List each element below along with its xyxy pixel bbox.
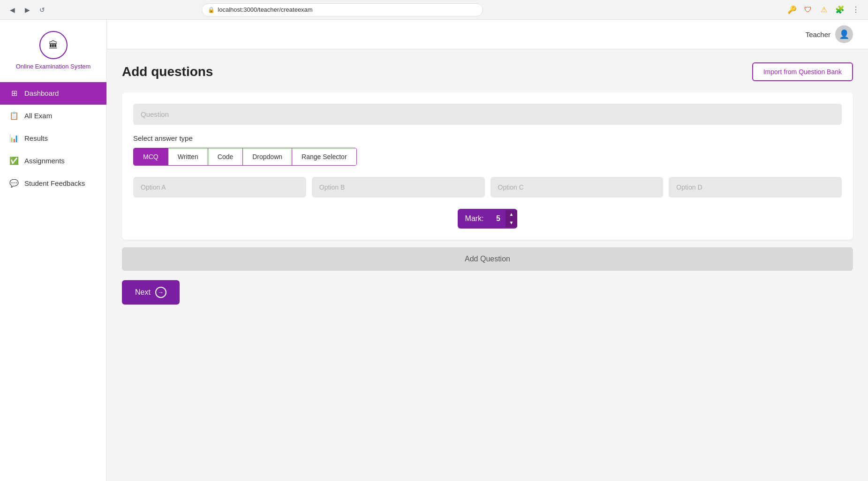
header: Teacher 👤 <box>107 20 868 49</box>
back-button[interactable]: ◀ <box>6 3 19 16</box>
sidebar-item-dashboard[interactable]: ⊞ Dashboard <box>0 82 106 105</box>
sidebar-nav: ⊞ Dashboard 📋 All Exam 📊 Results ✅ Assig… <box>0 78 106 481</box>
extensions-icon[interactable]: 🧩 <box>833 3 846 16</box>
mark-spinners: ▲ ▼ <box>506 210 518 227</box>
security-icon: 🔒 <box>208 7 215 13</box>
tab-written[interactable]: Written <box>168 148 208 165</box>
menu-icon[interactable]: ⋮ <box>849 3 862 16</box>
user-name: Teacher <box>806 31 830 38</box>
forward-button[interactable]: ▶ <box>21 3 34 16</box>
next-button[interactable]: Next → <box>122 280 180 305</box>
answer-type-tabs: MCQWrittenCodeDropdownRange Selector <box>133 148 357 166</box>
answer-type-label: Select answer type <box>133 134 842 142</box>
key-icon[interactable]: 🔑 <box>785 3 799 16</box>
results-icon: 📊 <box>9 134 19 143</box>
mark-increment-button[interactable]: ▲ <box>508 210 515 219</box>
mark-control: Mark: 5 ▲ ▼ <box>458 209 518 229</box>
all-exam-icon: 📋 <box>9 111 19 121</box>
app-container: 🏛 Online Examination System ⊞ Dashboard … <box>0 20 868 481</box>
question-card: Select answer type MCQWrittenCodeDropdow… <box>122 92 853 240</box>
logo-circle: 🏛 <box>39 31 68 59</box>
assignments-icon: ✅ <box>9 156 19 166</box>
tab-range-selector[interactable]: Range Selector <box>292 148 356 165</box>
reload-button[interactable]: ↺ <box>36 3 49 16</box>
page-title: Add questions <box>122 64 213 79</box>
browser-chrome: ◀ ▶ ↺ 🔒 localhost:3000/teacher/createexa… <box>0 0 868 20</box>
main-content: Teacher 👤 Add questions Import from Ques… <box>107 20 868 481</box>
warning-icon[interactable]: ⚠ <box>817 3 830 16</box>
mark-decrement-button[interactable]: ▼ <box>508 219 515 227</box>
address-bar[interactable]: 🔒 localhost:3000/teacher/createexam <box>202 3 483 16</box>
option-d-input[interactable] <box>669 177 842 198</box>
mark-row: Mark: 5 ▲ ▼ <box>133 209 842 229</box>
sidebar-item-student-feedbacks[interactable]: 💬 Student Feedbacks <box>0 172 106 195</box>
tab-mcq[interactable]: MCQ <box>134 148 168 165</box>
user-avatar: 👤 <box>835 25 853 43</box>
mark-value: 5 <box>491 209 506 229</box>
page-content: Add questions Import from Question Bank … <box>107 49 868 318</box>
dashboard-icon: ⊞ <box>9 89 19 98</box>
tab-dropdown[interactable]: Dropdown <box>243 148 292 165</box>
sidebar-label-dashboard: Dashboard <box>24 89 59 97</box>
add-question-button[interactable]: Add Question <box>122 247 853 271</box>
logo-icon: 🏛 <box>49 40 58 51</box>
sidebar-logo: 🏛 Online Examination System <box>0 20 106 78</box>
question-input[interactable] <box>133 104 842 125</box>
sidebar-item-assignments[interactable]: ✅ Assignments <box>0 150 106 172</box>
option-b-input[interactable] <box>312 177 485 198</box>
student-feedbacks-icon: 💬 <box>9 179 19 188</box>
page-header: Add questions Import from Question Bank <box>122 62 853 81</box>
sidebar-label-assignments: Assignments <box>24 157 65 165</box>
option-c-input[interactable] <box>491 177 664 198</box>
options-grid <box>133 177 842 198</box>
user-info: Teacher 👤 <box>806 25 853 43</box>
sidebar-label-all-exam: All Exam <box>24 112 52 120</box>
browser-nav-buttons: ◀ ▶ ↺ <box>6 3 49 16</box>
sidebar-label-results: Results <box>24 134 48 142</box>
next-label: Next <box>135 288 151 297</box>
sidebar-item-all-exam[interactable]: 📋 All Exam <box>0 105 106 127</box>
tab-code[interactable]: Code <box>208 148 243 165</box>
url-text: localhost:3000/teacher/createexam <box>218 6 312 13</box>
import-from-question-bank-button[interactable]: Import from Question Bank <box>752 62 853 81</box>
mark-label: Mark: <box>458 209 491 229</box>
sidebar-label-student-feedbacks: Student Feedbacks <box>24 179 85 187</box>
next-arrow-icon: → <box>155 287 166 298</box>
option-a-input[interactable] <box>133 177 306 198</box>
browser-actions: 🔑 🛡 ⚠ 🧩 ⋮ <box>785 3 862 16</box>
shield-icon[interactable]: 🛡 <box>801 3 815 16</box>
sidebar: 🏛 Online Examination System ⊞ Dashboard … <box>0 20 107 481</box>
sidebar-title: Online Examination System <box>16 63 91 71</box>
sidebar-item-results[interactable]: 📊 Results <box>0 127 106 150</box>
